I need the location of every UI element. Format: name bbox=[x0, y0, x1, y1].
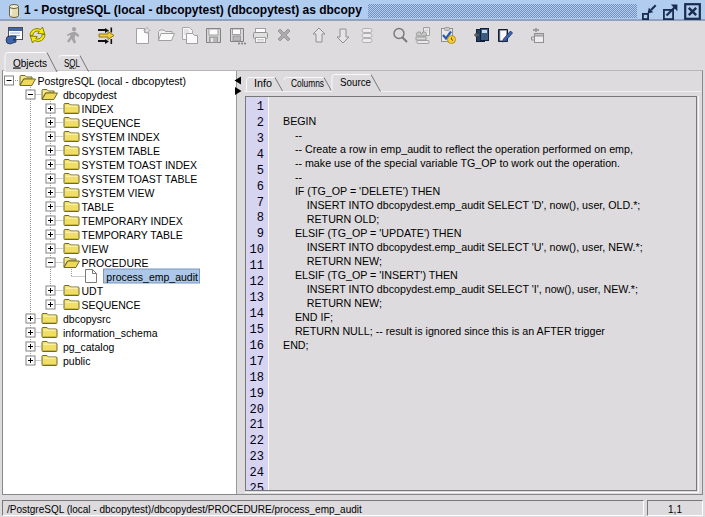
svg-text:SEQUENCE: SEQUENCE bbox=[82, 299, 141, 311]
svg-text:Info: Info bbox=[254, 77, 272, 89]
svg-text:SYSTEM VIEW: SYSTEM VIEW bbox=[82, 187, 155, 199]
svg-text:SYSTEM TOAST TABLE: SYSTEM TOAST TABLE bbox=[82, 173, 198, 185]
svg-text:UDT: UDT bbox=[82, 285, 104, 297]
svg-text:TEMPORARY TABLE: TEMPORARY TABLE bbox=[82, 229, 183, 241]
svg-text:dbcopydest: dbcopydest bbox=[63, 89, 117, 101]
svg-text:TABLE: TABLE bbox=[82, 201, 114, 213]
svg-text:Source: Source bbox=[340, 76, 371, 88]
svg-text:SYSTEM TABLE: SYSTEM TABLE bbox=[82, 145, 160, 157]
svg-text:TEMPORARY INDEX: TEMPORARY INDEX bbox=[82, 215, 183, 227]
svg-text:process_emp_audit: process_emp_audit bbox=[106, 271, 198, 283]
svg-text:INDEX: INDEX bbox=[82, 103, 114, 115]
svg-text:Objects: Objects bbox=[13, 57, 47, 69]
svg-text:VIEW: VIEW bbox=[82, 243, 109, 255]
svg-text:Columns: Columns bbox=[291, 77, 324, 89]
svg-text:SYSTEM TOAST INDEX: SYSTEM TOAST INDEX bbox=[82, 159, 198, 171]
svg-text:SEQUENCE: SEQUENCE bbox=[82, 117, 141, 129]
svg-text:SQL: SQL bbox=[64, 57, 80, 69]
svg-text:public: public bbox=[63, 355, 90, 367]
svg-text:pg_catalog: pg_catalog bbox=[63, 341, 115, 353]
svg-text:information_schema: information_schema bbox=[63, 327, 158, 339]
svg-text:SYSTEM INDEX: SYSTEM INDEX bbox=[82, 131, 160, 143]
svg-text:dbcopysrc: dbcopysrc bbox=[63, 313, 111, 325]
svg-text:PROCEDURE: PROCEDURE bbox=[82, 257, 149, 269]
svg-text:PostgreSQL (local - dbcopytest: PostgreSQL (local - dbcopytest) bbox=[38, 75, 186, 87]
